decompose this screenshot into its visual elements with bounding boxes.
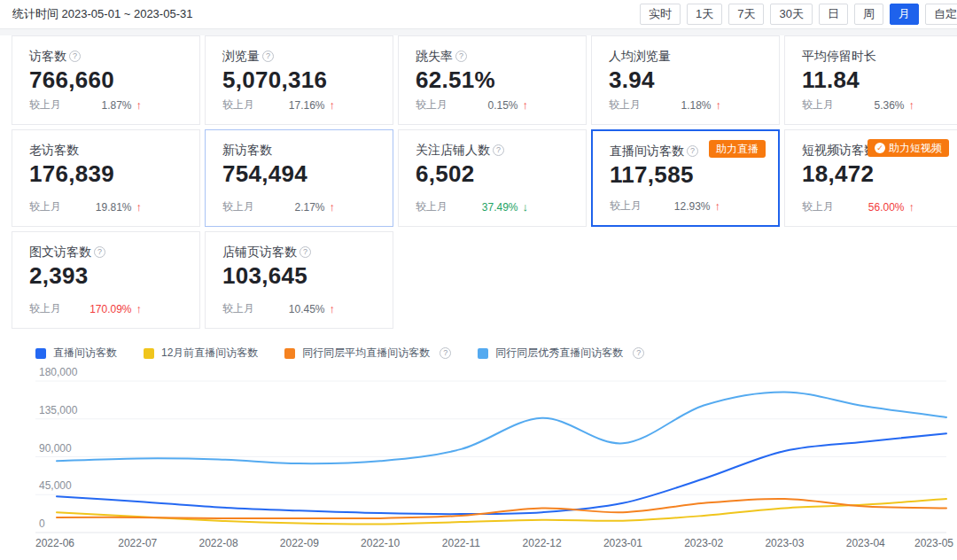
svg-text:2023-05: 2023-05 [914, 537, 953, 549]
trend-line-chart[interactable]: 045,00090,000135,000180,0002022-062022-0… [0, 0, 957, 560]
svg-text:135,000: 135,000 [39, 404, 78, 416]
svg-text:2022-07: 2022-07 [118, 537, 157, 549]
svg-text:2023-02: 2023-02 [684, 537, 723, 549]
svg-text:2023-01: 2023-01 [603, 537, 642, 549]
svg-text:2022-08: 2022-08 [199, 537, 238, 549]
svg-text:2022-09: 2022-09 [280, 537, 319, 549]
svg-text:2023-03: 2023-03 [765, 537, 804, 549]
svg-text:2022-10: 2022-10 [361, 537, 400, 549]
svg-text:45,000: 45,000 [39, 479, 72, 492]
svg-text:2022-12: 2022-12 [523, 537, 562, 549]
svg-text:2022-06: 2022-06 [35, 537, 74, 549]
svg-text:90,000: 90,000 [39, 442, 72, 455]
svg-text:0: 0 [39, 517, 45, 530]
svg-text:2022-11: 2022-11 [442, 537, 480, 549]
svg-text:180,000: 180,000 [39, 366, 78, 378]
svg-text:2023-04: 2023-04 [846, 537, 885, 549]
